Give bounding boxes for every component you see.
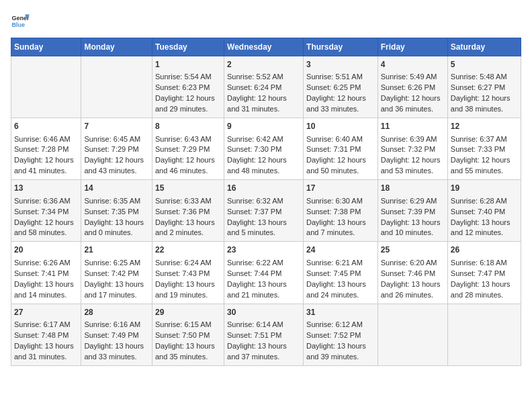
day-cell: 4Sunrise: 5:49 AMSunset: 6:26 PMDaylight… (378, 56, 447, 118)
day-cell: 13Sunrise: 6:36 AMSunset: 7:34 PMDayligh… (11, 180, 81, 242)
day-number: 5 (451, 59, 518, 71)
day-cell: 7Sunrise: 6:45 AMSunset: 7:29 PMDaylight… (81, 118, 152, 180)
day-cell: 9Sunrise: 6:42 AMSunset: 7:30 PMDaylight… (224, 118, 304, 180)
day-number: 4 (381, 59, 445, 71)
day-cell (378, 304, 447, 365)
day-number: 31 (306, 307, 375, 318)
day-cell: 20Sunrise: 6:26 AMSunset: 7:41 PMDayligh… (11, 242, 81, 304)
day-number: 6 (14, 121, 78, 132)
col-header-monday: Monday (81, 38, 152, 56)
col-header-tuesday: Tuesday (152, 38, 224, 56)
day-number: 13 (14, 183, 78, 194)
day-number: 7 (84, 121, 149, 132)
header-row: SundayMondayTuesdayWednesdayThursdayFrid… (11, 38, 521, 56)
day-cell: 8Sunrise: 6:43 AMSunset: 7:29 PMDaylight… (152, 118, 224, 180)
day-cell: 6Sunrise: 6:46 AMSunset: 7:28 PMDaylight… (11, 118, 81, 180)
day-number: 2 (227, 59, 300, 71)
day-number: 3 (306, 59, 375, 71)
day-number: 17 (306, 183, 375, 194)
day-cell: 5Sunrise: 5:48 AMSunset: 6:27 PMDaylight… (447, 56, 521, 118)
day-number: 18 (381, 183, 445, 194)
day-number: 29 (155, 307, 221, 318)
day-cell: 19Sunrise: 6:28 AMSunset: 7:40 PMDayligh… (447, 180, 521, 242)
day-number: 24 (306, 244, 375, 256)
day-cell: 1Sunrise: 5:54 AMSunset: 6:23 PMDaylight… (152, 56, 224, 118)
day-cell: 26Sunrise: 6:18 AMSunset: 7:47 PMDayligh… (447, 242, 521, 304)
week-row-2: 6Sunrise: 6:46 AMSunset: 7:28 PMDaylight… (11, 118, 521, 180)
day-number: 25 (381, 244, 445, 256)
day-number: 22 (155, 244, 221, 256)
day-number: 28 (84, 307, 149, 318)
page-header: General Blue (11, 11, 521, 30)
day-cell: 3Sunrise: 5:51 AMSunset: 6:25 PMDaylight… (304, 56, 378, 118)
day-cell: 29Sunrise: 6:15 AMSunset: 7:50 PMDayligh… (152, 304, 224, 365)
col-header-friday: Friday (378, 38, 447, 56)
day-number: 9 (227, 121, 300, 132)
day-cell: 12Sunrise: 6:37 AMSunset: 7:33 PMDayligh… (447, 118, 521, 180)
day-number: 30 (227, 307, 300, 318)
day-number: 21 (84, 244, 149, 256)
day-cell: 30Sunrise: 6:14 AMSunset: 7:51 PMDayligh… (224, 304, 304, 365)
svg-text:Blue: Blue (11, 21, 25, 28)
day-cell (447, 304, 521, 365)
week-row-1: 1Sunrise: 5:54 AMSunset: 6:23 PMDaylight… (11, 56, 521, 118)
week-row-5: 27Sunrise: 6:17 AMSunset: 7:48 PMDayligh… (11, 304, 521, 365)
day-number: 11 (381, 121, 445, 132)
day-cell: 22Sunrise: 6:24 AMSunset: 7:43 PMDayligh… (152, 242, 224, 304)
day-number: 12 (451, 121, 518, 132)
day-cell: 25Sunrise: 6:20 AMSunset: 7:46 PMDayligh… (378, 242, 447, 304)
day-cell: 28Sunrise: 6:16 AMSunset: 7:49 PMDayligh… (81, 304, 152, 365)
day-number: 8 (155, 121, 221, 132)
logo-icon: General Blue (11, 11, 30, 30)
day-number: 20 (14, 244, 78, 256)
col-header-sunday: Sunday (11, 38, 81, 56)
week-row-3: 13Sunrise: 6:36 AMSunset: 7:34 PMDayligh… (11, 180, 521, 242)
day-cell: 16Sunrise: 6:32 AMSunset: 7:37 PMDayligh… (224, 180, 304, 242)
day-number: 10 (306, 121, 375, 132)
day-cell: 2Sunrise: 5:52 AMSunset: 6:24 PMDaylight… (224, 56, 304, 118)
logo: General Blue (11, 11, 30, 30)
day-cell (11, 56, 81, 118)
week-row-4: 20Sunrise: 6:26 AMSunset: 7:41 PMDayligh… (11, 242, 521, 304)
day-cell: 11Sunrise: 6:39 AMSunset: 7:32 PMDayligh… (378, 118, 447, 180)
day-number: 16 (227, 183, 300, 194)
day-cell: 17Sunrise: 6:30 AMSunset: 7:38 PMDayligh… (304, 180, 378, 242)
day-cell: 18Sunrise: 6:29 AMSunset: 7:39 PMDayligh… (378, 180, 447, 242)
day-cell: 27Sunrise: 6:17 AMSunset: 7:48 PMDayligh… (11, 304, 81, 365)
day-number: 26 (451, 244, 518, 256)
day-cell (81, 56, 152, 118)
calendar-table: SundayMondayTuesdayWednesdayThursdayFrid… (11, 38, 521, 366)
day-cell: 24Sunrise: 6:21 AMSunset: 7:45 PMDayligh… (304, 242, 378, 304)
day-number: 19 (451, 183, 518, 194)
col-header-wednesday: Wednesday (224, 38, 304, 56)
day-cell: 21Sunrise: 6:25 AMSunset: 7:42 PMDayligh… (81, 242, 152, 304)
day-cell: 31Sunrise: 6:12 AMSunset: 7:52 PMDayligh… (304, 304, 378, 365)
day-number: 23 (227, 244, 300, 256)
col-header-saturday: Saturday (447, 38, 521, 56)
day-number: 14 (84, 183, 149, 194)
day-number: 1 (155, 59, 221, 71)
day-cell: 10Sunrise: 6:40 AMSunset: 7:31 PMDayligh… (304, 118, 378, 180)
day-cell: 23Sunrise: 6:22 AMSunset: 7:44 PMDayligh… (224, 242, 304, 304)
day-cell: 14Sunrise: 6:35 AMSunset: 7:35 PMDayligh… (81, 180, 152, 242)
day-cell: 15Sunrise: 6:33 AMSunset: 7:36 PMDayligh… (152, 180, 224, 242)
col-header-thursday: Thursday (304, 38, 378, 56)
day-number: 27 (14, 307, 78, 318)
day-number: 15 (155, 183, 221, 194)
